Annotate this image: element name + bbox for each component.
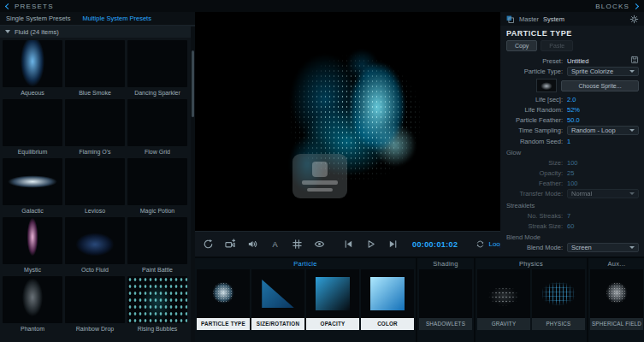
save-preset-icon[interactable] xyxy=(630,56,639,66)
next-frame-icon[interactable] xyxy=(387,238,399,251)
choose-sprite-button[interactable]: Choose Sprite... xyxy=(561,80,639,91)
block-label: SHADOWLETS xyxy=(419,318,472,330)
audio-icon[interactable] xyxy=(246,238,259,251)
preset-item[interactable]: Flow Grid xyxy=(127,99,187,156)
grid-icon[interactable] xyxy=(291,238,304,251)
preset-item[interactable]: Levioso xyxy=(65,158,125,215)
preset-item[interactable]: Octo Fluid xyxy=(65,217,125,274)
glow-size-value[interactable]: 100 xyxy=(567,159,578,167)
preset-item[interactable]: Flaming O's xyxy=(65,99,125,156)
breadcrumb-system[interactable]: System xyxy=(543,15,564,23)
preset-label: Flow Grid xyxy=(127,146,187,156)
block-opacity[interactable]: OPACITY xyxy=(306,269,359,330)
chevron-down-icon xyxy=(629,70,635,73)
back-chevron-icon xyxy=(5,3,11,9)
block-group-header[interactable]: Particle xyxy=(195,258,416,269)
preset-item[interactable]: Galactic xyxy=(3,158,62,215)
particle-type-row: Particle Type: Sprite Colorize xyxy=(500,66,644,77)
preset-group-header[interactable]: Fluid (24 items) xyxy=(0,26,195,38)
random-seed-label: Random Seed: xyxy=(505,138,567,145)
life-value[interactable]: 2.0 xyxy=(567,96,576,103)
random-seed-value[interactable]: 1 xyxy=(567,138,570,145)
blend-mode-value: Screen xyxy=(571,244,592,251)
blocks-strip: Particle PARTICLE TYPE SIZE/ROTATION OPA… xyxy=(195,256,644,342)
app-window: PRESETS BLOCKS Single System Presets Mul… xyxy=(0,0,644,342)
preset-item[interactable]: Mystic xyxy=(3,217,62,274)
preset-item[interactable]: Phantom xyxy=(3,276,62,333)
preset-value[interactable]: Untitled xyxy=(567,57,588,65)
life-random-row: Life Random: 52% xyxy=(500,104,644,115)
tab-single-system-presets[interactable]: Single System Presets xyxy=(0,15,76,22)
copy-button[interactable]: Copy xyxy=(506,40,537,51)
block-shadowlets[interactable]: SHADOWLETS xyxy=(419,269,472,330)
block-spherical-field[interactable]: SPHERICAL FIELD xyxy=(590,269,643,330)
preset-item[interactable]: Blue Smoke xyxy=(65,40,125,97)
streaklets-size-label: Streak Size: xyxy=(505,222,567,230)
block-gravity[interactable]: GRAVITY xyxy=(477,269,530,330)
particle-type-value: Sprite Colorize xyxy=(571,68,613,75)
glow-feather-value[interactable]: 100 xyxy=(567,180,578,187)
watermark xyxy=(292,154,347,198)
life-random-value[interactable]: 52% xyxy=(567,106,580,114)
block-particle-type[interactable]: PARTICLE TYPE xyxy=(197,269,250,330)
loop-icon[interactable] xyxy=(476,239,485,249)
block-group-aux: Aux... SPHERICAL FIELD xyxy=(588,258,644,342)
preset-item[interactable]: Aqueous xyxy=(3,40,62,97)
snapshot-camera-icon[interactable] xyxy=(224,238,237,251)
streaklets-count-value[interactable]: 7 xyxy=(567,212,570,220)
preset-label: Preset: xyxy=(505,57,567,65)
block-group-header[interactable]: Aux... xyxy=(588,258,644,269)
properties-header: Master System xyxy=(500,12,644,26)
preset-item[interactable]: Dancing Sparkler xyxy=(127,40,187,97)
block-thumbnail xyxy=(361,269,414,318)
previous-frame-icon[interactable] xyxy=(342,238,355,251)
preset-item[interactable]: Paint Battle xyxy=(127,217,187,274)
preset-label: Galactic xyxy=(3,205,62,215)
preset-item[interactable]: Equilibrium xyxy=(3,99,62,156)
block-group-header[interactable]: Physics xyxy=(476,258,587,269)
block-group-header[interactable]: Shading xyxy=(417,258,474,269)
preset-label: Rainbow Drop xyxy=(65,323,125,333)
sprite-thumbnail[interactable] xyxy=(536,79,557,92)
streaklets-size-row: Streak Size: 60 xyxy=(500,221,644,231)
watermark-logo xyxy=(312,162,328,177)
preset-item[interactable]: Rainbow Drop xyxy=(65,276,125,333)
eye-icon[interactable] xyxy=(313,238,326,251)
preview-viewport[interactable] xyxy=(195,12,500,231)
preset-group-label: Fluid (24 items) xyxy=(15,28,59,36)
quality-icon[interactable]: A xyxy=(269,238,281,251)
svg-text:A: A xyxy=(272,240,278,249)
breadcrumb-master[interactable]: Master xyxy=(519,15,539,23)
time-sampling-dropdown[interactable]: Random - Loop xyxy=(567,126,639,135)
preset-label: Magic Potion xyxy=(127,205,187,215)
blend-mode-dropdown[interactable]: Screen xyxy=(567,243,639,252)
block-size-rotation[interactable]: SIZE/ROTATION xyxy=(251,269,304,330)
tab-multiple-system-presets[interactable]: Multiple System Presets xyxy=(76,15,157,22)
reset-icon[interactable] xyxy=(202,238,215,251)
transfer-mode-dropdown[interactable]: Normal xyxy=(567,189,639,198)
block-title: PARTICLE TYPE xyxy=(500,26,644,40)
gear-icon[interactable] xyxy=(629,15,639,24)
particle-type-dropdown[interactable]: Sprite Colorize xyxy=(567,67,639,76)
presets-nav[interactable]: PRESETS xyxy=(6,3,54,10)
glow-opacity-value[interactable]: 25 xyxy=(567,169,574,177)
copy-paste-row: Copy Paste xyxy=(500,40,644,56)
streaklets-size-value[interactable]: 60 xyxy=(567,222,574,230)
time-sampling-row: Time Sampling: Random - Loop xyxy=(500,125,644,136)
preset-grid: Aqueous Blue Smoke Dancing Sparkler Equi… xyxy=(0,38,195,336)
scrollbar-thumb[interactable] xyxy=(192,50,194,117)
particle-feather-value[interactable]: 50.0 xyxy=(567,116,580,124)
transfer-mode-value: Normal xyxy=(571,190,592,198)
preset-item[interactable]: Rising Bubbles xyxy=(127,276,187,333)
preset-label: Phantom xyxy=(3,323,62,333)
blocks-nav[interactable]: BLOCKS xyxy=(595,3,638,10)
block-physics[interactable]: PHYSICS xyxy=(532,269,585,330)
paste-button[interactable]: Paste xyxy=(541,40,573,51)
block-color[interactable]: COLOR xyxy=(361,269,414,330)
glow-section-header: Glow xyxy=(500,146,644,157)
streaklets-section-header: Streaklets xyxy=(500,199,644,210)
block-thumbnail xyxy=(590,269,643,318)
life-label: Life [sec]: xyxy=(505,96,567,103)
preset-item[interactable]: Magic Potion xyxy=(127,158,187,215)
play-icon[interactable] xyxy=(364,238,377,251)
